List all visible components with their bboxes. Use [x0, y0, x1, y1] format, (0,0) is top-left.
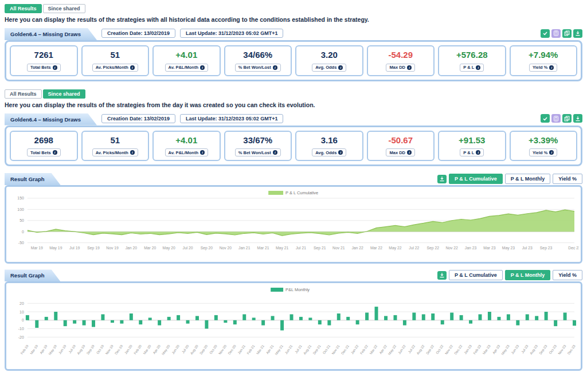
svg-text:Nov-23: Nov-23	[557, 344, 566, 356]
svg-text:May 22: May 22	[389, 246, 401, 250]
svg-text:May 20: May 20	[163, 246, 175, 250]
svg-text:Aug-23: Aug-23	[529, 344, 538, 356]
calculator-icon	[553, 30, 559, 36]
stat-value: 51	[84, 50, 147, 60]
download-icon	[439, 176, 445, 182]
stat-card: +7.94%Yield %i	[510, 45, 578, 76]
svg-text:Aug-19: Aug-19	[76, 344, 85, 356]
stat-label: Av. P&L/Monthi	[165, 148, 209, 156]
info-icon[interactable]: i	[476, 150, 480, 155]
tab-pl-monthly[interactable]: P & L Monthly	[505, 174, 551, 184]
info-icon[interactable]: i	[273, 65, 277, 70]
stat-value: 34/66%	[227, 50, 289, 60]
monthly-chart-svg: P&L Monthly20100-10-20Feb-19Mar-19Apr-19…	[8, 285, 579, 367]
stat-label-text: P & L	[463, 65, 474, 70]
svg-text:Sep-21: Sep-21	[312, 344, 322, 356]
svg-text:Oct-22: Oct-22	[435, 344, 444, 355]
svg-text:Aug-21: Aug-21	[303, 344, 312, 356]
graph-header-1: Result Graph P & L Cumulative P & L Mont…	[5, 173, 582, 185]
stat-card: +4.01Av. P&L/Monthi	[152, 131, 221, 162]
svg-text:Apr-20: Apr-20	[152, 344, 162, 355]
all-results-toggle[interactable]: All Results	[5, 89, 42, 99]
svg-text:P&L Monthly: P&L Monthly	[285, 288, 310, 293]
svg-text:Nov-22: Nov-22	[444, 344, 453, 356]
svg-text:Dec-21: Dec-21	[341, 344, 350, 356]
info-icon[interactable]: i	[130, 150, 135, 155]
check-icon	[542, 116, 548, 121]
download-icon	[575, 116, 581, 121]
svg-text:Mar 23: Mar 23	[483, 246, 495, 250]
download-graph-button[interactable]	[437, 271, 447, 280]
download-button[interactable]	[573, 29, 582, 38]
svg-text:0: 0	[22, 230, 24, 234]
graph-controls-1: P & L Cumulative P & L Monthly Yield %	[437, 174, 582, 184]
svg-text:Sep-22: Sep-22	[425, 344, 435, 356]
info-icon[interactable]: i	[53, 150, 57, 155]
tab-pl-cumulative[interactable]: P & L Cumulative	[449, 270, 503, 280]
svg-text:Jul-23: Jul-23	[521, 344, 529, 354]
svg-text:Jul-19: Jul-19	[68, 344, 77, 354]
svg-text:Mar-22: Mar-22	[369, 344, 378, 355]
svg-text:Oct-19: Oct-19	[96, 344, 105, 355]
info-icon[interactable]: i	[407, 150, 412, 155]
stat-value: 3.16	[298, 136, 361, 146]
svg-text:May-20: May-20	[161, 344, 171, 356]
info-icon[interactable]: i	[200, 150, 205, 155]
svg-text:Feb-21: Feb-21	[246, 344, 256, 355]
stat-label: Total Betsi	[27, 64, 61, 72]
check-button[interactable]	[541, 114, 550, 123]
stat-card: 51Av. Picks/Monthi	[81, 131, 150, 162]
tab-pl-monthly[interactable]: P & L Monthly	[505, 270, 551, 280]
tab-yield[interactable]: Yield %	[553, 174, 582, 184]
copy-button[interactable]	[562, 29, 572, 38]
info-icon[interactable]: i	[200, 65, 205, 70]
svg-text:Jul 20: Jul 20	[183, 246, 193, 250]
stats-row-2: 2698Total Betsi51Av. Picks/Monthi+4.01Av…	[5, 126, 582, 167]
copy-button[interactable]	[562, 114, 572, 123]
download-icon	[439, 272, 445, 278]
svg-text:May-22: May-22	[388, 344, 397, 356]
svg-text:Mar 19: Mar 19	[31, 246, 43, 250]
info-icon[interactable]: i	[130, 65, 135, 70]
tab-pl-cumulative[interactable]: P & L Cumulative	[449, 174, 503, 184]
info-icon[interactable]: i	[549, 150, 554, 155]
download-graph-button[interactable]	[437, 175, 447, 183]
stat-value: 51	[84, 136, 147, 146]
download-button[interactable]	[573, 114, 582, 123]
svg-text:Jan-21: Jan-21	[237, 344, 246, 355]
svg-text:Jan 22: Jan 22	[351, 246, 363, 250]
info-icon[interactable]: i	[53, 65, 57, 70]
info-icon[interactable]: i	[338, 65, 343, 70]
section-description: Here you can display the results of the …	[5, 101, 582, 108]
stat-value: +3.39%	[512, 136, 575, 146]
info-icon[interactable]: i	[338, 150, 343, 155]
stat-label: Max DDi	[386, 148, 415, 156]
check-button[interactable]	[541, 29, 550, 38]
info-icon[interactable]: i	[476, 65, 480, 70]
svg-text:-50: -50	[18, 241, 24, 245]
info-icon[interactable]: i	[549, 65, 554, 70]
stat-label: Max DDi	[386, 64, 415, 72]
calculator-button[interactable]	[551, 29, 561, 38]
stat-value: -54.29	[370, 50, 432, 60]
section-description: Here you can display the results of the …	[5, 16, 582, 23]
info-icon[interactable]: i	[407, 65, 412, 70]
stat-label-text: Max DD	[389, 150, 405, 155]
strategy-title-tab: Golden6.4 – Missing Draws	[5, 28, 97, 40]
calculator-button[interactable]	[551, 114, 561, 123]
stat-label-text: Av. Picks/Month	[96, 150, 128, 155]
stat-label-text: Avg. Odds	[315, 65, 336, 70]
tab-yield[interactable]: Yield %	[553, 270, 582, 280]
since-shared-toggle[interactable]: Since shared	[43, 4, 85, 13]
svg-text:Jan-23: Jan-23	[463, 344, 472, 355]
since-shared-toggle[interactable]: Since shared	[43, 89, 85, 99]
stat-label: Av. Picks/Monthi	[92, 148, 138, 156]
info-icon[interactable]: i	[273, 150, 277, 155]
svg-text:Dec 23: Dec 23	[568, 246, 579, 250]
cumulative-chart-box: P & L Cumulative150100500-50Mar 19May 19…	[5, 185, 582, 264]
stat-card: 51Av. Picks/Monthi	[81, 45, 150, 76]
stat-label-text: Av. Picks/Month	[96, 65, 128, 70]
svg-text:Sep-20: Sep-20	[199, 344, 208, 356]
svg-text:P & L Cumulative: P & L Cumulative	[285, 190, 318, 195]
all-results-toggle[interactable]: All Results	[5, 4, 42, 13]
